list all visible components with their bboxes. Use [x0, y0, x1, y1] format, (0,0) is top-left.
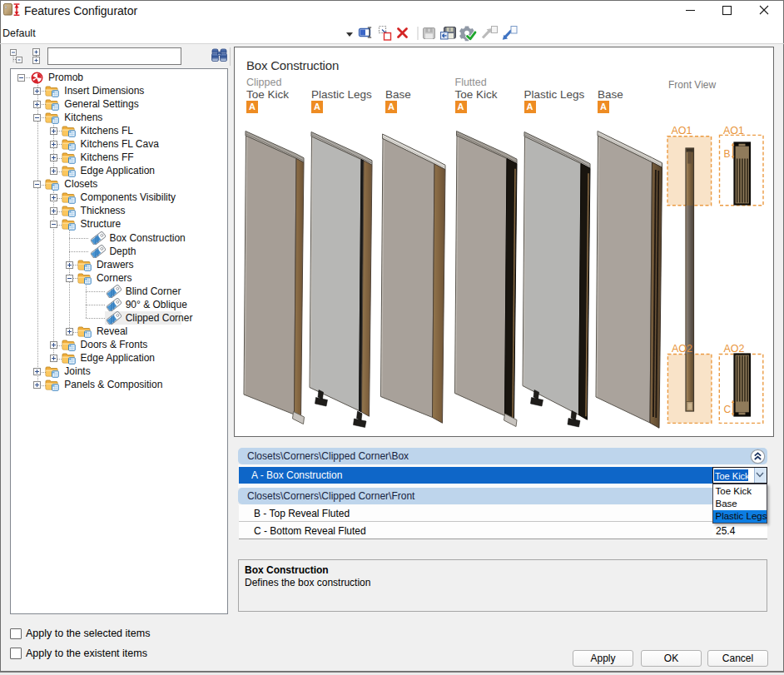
svg-text:C: C — [724, 404, 732, 415]
svg-text:B: B — [724, 148, 731, 160]
svg-text:AO2: AO2 — [724, 343, 745, 355]
svg-text:AO1: AO1 — [723, 125, 744, 136]
svg-text:AO2: AO2 — [672, 343, 692, 355]
svg-text:AO1: AO1 — [672, 125, 692, 136]
